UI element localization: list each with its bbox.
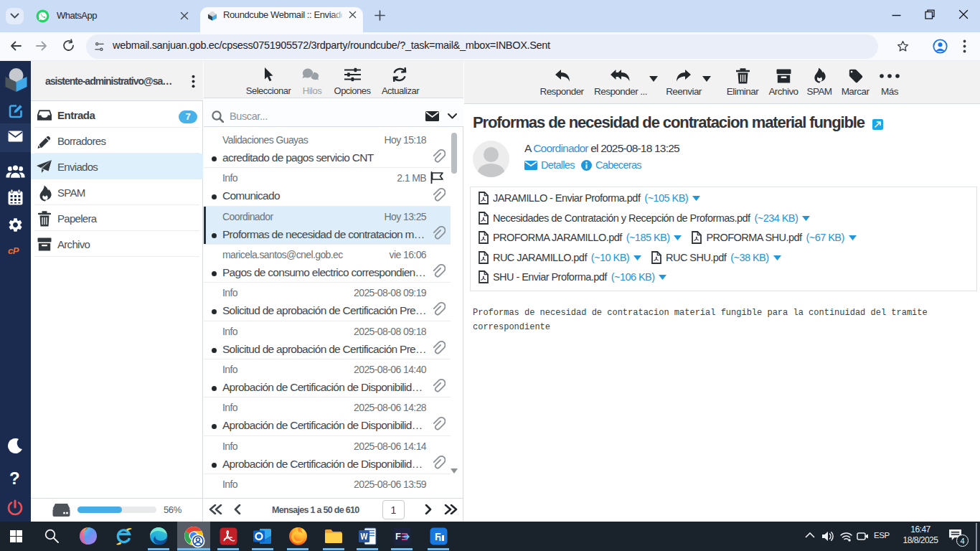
svg-text:F: F bbox=[395, 531, 401, 542]
